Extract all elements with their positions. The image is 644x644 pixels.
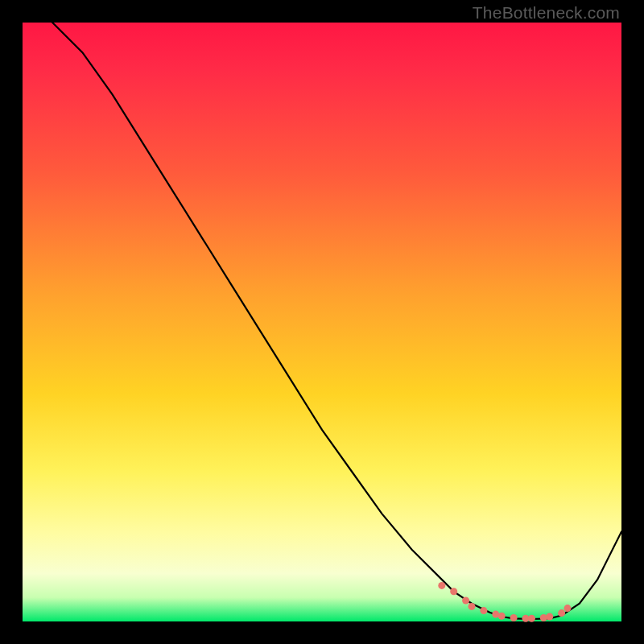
curve-marker (546, 613, 553, 621)
curve-marker (498, 613, 506, 620)
curve-marker (462, 597, 469, 605)
curve-marker (510, 614, 518, 621)
curve-marker (540, 614, 547, 621)
curve-marker (438, 582, 445, 589)
curve-marker (528, 615, 535, 622)
curve-marker (564, 605, 572, 612)
curve-marker (558, 609, 565, 617)
curve-marker (450, 588, 457, 595)
curve-markers (438, 582, 571, 622)
watermark-label: TheBottleneck.com (473, 3, 620, 23)
chart-frame: TheBottleneck.com (0, 0, 644, 644)
bottleneck-curve (23, 0, 621, 619)
curve-marker (469, 603, 476, 610)
curve-marker (480, 607, 487, 614)
chart-svg (23, 23, 621, 621)
